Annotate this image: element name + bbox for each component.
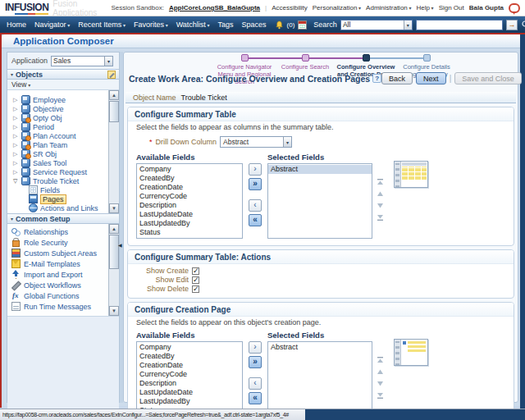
expand-icon[interactable] bbox=[13, 97, 19, 103]
field-option[interactable]: CreationDate bbox=[137, 183, 242, 192]
list-item[interactable]: Relationships bbox=[7, 226, 108, 237]
move-up-icon[interactable] bbox=[377, 190, 384, 198]
tree-item[interactable]: Trouble Ticket bbox=[7, 176, 108, 185]
search-scope-select[interactable]: All bbox=[340, 20, 413, 30]
move-selected-left-button[interactable] bbox=[249, 199, 262, 212]
session-sandbox-link[interactable]: ApplCoreLongSB_BalaGupta bbox=[169, 4, 260, 11]
field-option[interactable]: LastUpdateDate bbox=[137, 388, 242, 397]
utility-link[interactable]: Administration bbox=[366, 4, 411, 11]
field-option[interactable]: LastUpdatedBy bbox=[137, 219, 242, 228]
tree-scrollbar[interactable] bbox=[108, 90, 119, 213]
move-to-top-icon[interactable] bbox=[377, 357, 384, 364]
move-to-bottom-icon[interactable] bbox=[377, 213, 384, 221]
tree-item[interactable]: Sales Tool bbox=[7, 158, 108, 167]
list-item[interactable]: Custom Subject Areas bbox=[7, 248, 108, 258]
list-item[interactable]: Import and Export bbox=[7, 269, 108, 280]
field-option[interactable]: LastUpdatedBy bbox=[137, 397, 242, 406]
list-item[interactable]: Run Time Messages bbox=[7, 301, 108, 312]
move-all-right-button[interactable] bbox=[249, 178, 262, 190]
expand-icon[interactable] bbox=[13, 142, 19, 148]
field-option[interactable]: Abstract bbox=[268, 343, 372, 352]
move-selected-right-button[interactable] bbox=[249, 341, 262, 354]
move-to-bottom-icon[interactable] bbox=[377, 391, 384, 399]
notifications-count[interactable]: (0) bbox=[287, 21, 295, 29]
edit-note-icon[interactable] bbox=[107, 71, 116, 79]
chevron-down-icon[interactable] bbox=[404, 21, 412, 30]
next-button[interactable]: Next bbox=[416, 72, 446, 84]
expand-icon[interactable] bbox=[13, 115, 19, 121]
utility-link[interactable]: Sign Out bbox=[439, 4, 464, 11]
checkbox[interactable] bbox=[192, 267, 199, 275]
chat-bubble-icon[interactable] bbox=[509, 3, 520, 13]
list-item[interactable]: Role Security bbox=[7, 237, 108, 248]
tree-item[interactable]: Plan Account bbox=[7, 131, 108, 140]
utility-link[interactable]: Help bbox=[416, 4, 433, 11]
nav-menu-item[interactable]: Spaces bbox=[242, 21, 267, 29]
move-up-icon[interactable] bbox=[377, 368, 384, 376]
list-item[interactable]: Global Functions bbox=[7, 290, 108, 301]
move-all-right-button[interactable] bbox=[249, 356, 262, 368]
field-option[interactable]: CurrencyCode bbox=[137, 192, 242, 201]
field-option[interactable]: CreatedBy bbox=[137, 352, 242, 361]
field-option[interactable]: CreatedBy bbox=[137, 174, 242, 183]
expand-icon[interactable] bbox=[13, 160, 19, 167]
chevron-down-icon[interactable] bbox=[283, 137, 291, 147]
selected-fields-list[interactable]: Abstract bbox=[267, 341, 372, 417]
nav-menu-item[interactable]: Favorites bbox=[134, 21, 168, 29]
drill-down-select[interactable]: Abstract bbox=[220, 136, 292, 148]
move-down-icon[interactable] bbox=[377, 202, 384, 209]
field-option[interactable]: Abstract bbox=[268, 165, 372, 174]
utility-link[interactable]: Personalization bbox=[313, 4, 361, 11]
nav-menu-item[interactable]: Recent Items bbox=[78, 21, 126, 29]
available-fields-list[interactable]: CompanyCreatedByCreationDateCurrencyCode… bbox=[136, 341, 243, 417]
portal-grid-icon[interactable] bbox=[298, 21, 307, 30]
objects-panel-header[interactable]: Objects bbox=[7, 69, 119, 80]
expand-icon[interactable] bbox=[13, 106, 19, 112]
scroll-down-button[interactable] bbox=[109, 203, 119, 213]
expand-icon[interactable] bbox=[13, 133, 19, 139]
view-menu[interactable]: View bbox=[11, 80, 26, 89]
available-fields-list[interactable]: CompanyCreatedByCreationDateCurrencyCode… bbox=[136, 163, 243, 239]
nav-menu-item[interactable]: Navigator bbox=[34, 21, 70, 29]
checkbox[interactable] bbox=[192, 276, 199, 284]
tree-item[interactable]: Actions and Links bbox=[7, 203, 108, 212]
list-item[interactable]: E-Mail Templates bbox=[7, 258, 108, 269]
tree-item[interactable]: Employee bbox=[7, 95, 108, 104]
scrollbar-thumb[interactable] bbox=[109, 101, 119, 122]
utility-link[interactable]: Accessibility bbox=[272, 4, 308, 11]
field-option[interactable]: Status bbox=[137, 228, 242, 237]
field-option[interactable]: Company bbox=[137, 343, 242, 352]
scrollbar-thumb[interactable] bbox=[109, 235, 119, 269]
checkbox[interactable] bbox=[192, 285, 199, 293]
field-option[interactable]: CreationDate bbox=[137, 361, 242, 370]
scroll-up-button[interactable] bbox=[109, 90, 119, 100]
tree-item[interactable]: Service Request bbox=[7, 167, 108, 176]
tree-item[interactable]: SR Obj bbox=[7, 149, 108, 158]
back-button[interactable]: Back bbox=[381, 72, 413, 84]
collapse-chevron-icon[interactable] bbox=[11, 216, 13, 221]
field-option[interactable]: Description bbox=[137, 379, 242, 388]
move-down-icon[interactable] bbox=[377, 380, 384, 387]
move-to-top-icon[interactable] bbox=[377, 179, 384, 186]
scroll-down-button[interactable] bbox=[109, 306, 119, 316]
nav-menu-item[interactable]: Home bbox=[7, 21, 26, 29]
tree-item[interactable]: Objective bbox=[7, 104, 108, 113]
expand-icon[interactable] bbox=[13, 124, 19, 130]
common-setup-scrollbar[interactable] bbox=[108, 224, 119, 316]
tree-item[interactable]: Plan Team bbox=[7, 140, 108, 149]
tree-item[interactable]: Security bbox=[7, 212, 108, 213]
application-select[interactable]: Sales bbox=[51, 56, 113, 66]
expand-icon[interactable] bbox=[13, 151, 19, 158]
field-option[interactable]: Company bbox=[137, 165, 242, 174]
search-input[interactable] bbox=[416, 20, 503, 30]
collapse-chevron-icon[interactable] bbox=[11, 71, 13, 77]
expand-icon[interactable] bbox=[13, 169, 19, 176]
tree-item[interactable]: Period bbox=[7, 122, 108, 131]
selected-fields-list[interactable]: Abstract bbox=[267, 163, 372, 239]
move-selected-right-button[interactable] bbox=[249, 163, 262, 176]
notifications-bell-icon[interactable] bbox=[275, 21, 284, 30]
expand-icon[interactable] bbox=[13, 178, 19, 185]
field-option[interactable]: Type bbox=[137, 237, 242, 239]
move-all-left-button[interactable] bbox=[249, 214, 262, 226]
field-option[interactable]: CurrencyCode bbox=[137, 370, 242, 379]
